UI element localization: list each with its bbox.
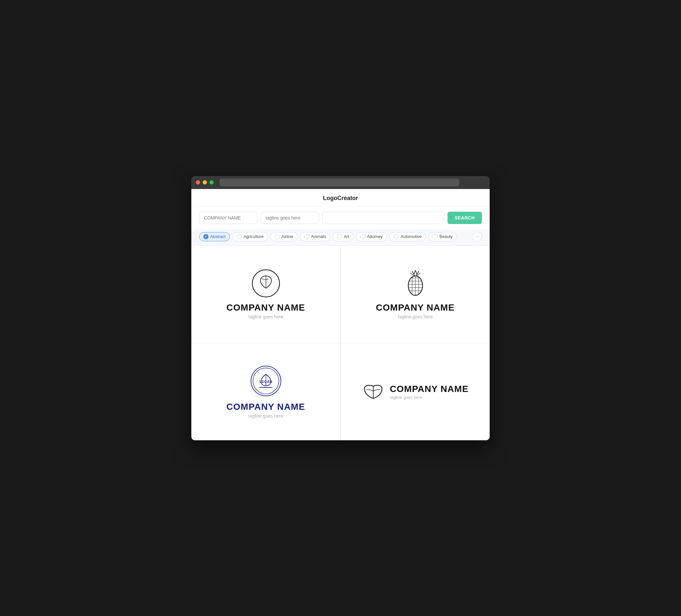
filter-chip-automotive[interactable]: Automotive bbox=[389, 232, 426, 241]
filter-label: Art bbox=[344, 234, 349, 239]
check-icon-attorney bbox=[360, 234, 365, 239]
pineapple-icon bbox=[404, 269, 427, 298]
logo-card-4[interactable]: COMPANY NAME tagline goes here bbox=[340, 343, 490, 440]
logo-3-company: COMPANY NAME bbox=[226, 402, 305, 412]
company-name-input[interactable] bbox=[199, 212, 257, 224]
logo-1-tagline: tagline goes here bbox=[248, 314, 283, 319]
filter-chip-agriculture[interactable]: Agriculture bbox=[232, 232, 268, 241]
filter-next-button[interactable]: → bbox=[472, 232, 482, 241]
check-icon-art bbox=[337, 234, 342, 239]
filter-chip-attorney[interactable]: Attorney bbox=[356, 232, 387, 241]
minimize-button[interactable] bbox=[203, 180, 207, 184]
keyword-input[interactable] bbox=[322, 212, 444, 224]
filter-label: Agriculture bbox=[244, 234, 263, 239]
tagline-input[interactable] bbox=[261, 212, 319, 224]
filter-label: Beauty bbox=[439, 234, 452, 239]
logo-grid: COMPANY NAME tagline goes here bbox=[191, 246, 490, 440]
svg-text:VEGAN: VEGAN bbox=[259, 380, 272, 384]
logo-2-tagline: tagline goes here bbox=[398, 314, 433, 319]
close-button[interactable] bbox=[196, 180, 200, 184]
logo-card-3[interactable]: VEGAN COMPANY NAME tagline goes here bbox=[191, 343, 340, 440]
logo-4-row: COMPANY NAME tagline goes here bbox=[362, 383, 469, 401]
logo-4-company: COMPANY NAME bbox=[390, 384, 469, 394]
app-title: LogoCreator bbox=[191, 189, 490, 207]
logo-4-text: COMPANY NAME tagline goes here bbox=[390, 384, 469, 400]
check-icon-beauty bbox=[433, 234, 438, 239]
filter-bar: ✓AbstractAgricultureAirlineAnimalsArtAtt… bbox=[191, 229, 490, 246]
logo-2-company: COMPANY NAME bbox=[376, 303, 455, 313]
maximize-button[interactable] bbox=[209, 180, 214, 184]
check-icon-abstract: ✓ bbox=[203, 234, 208, 239]
check-icon-airline bbox=[275, 234, 280, 239]
filter-chip-beauty[interactable]: Beauty bbox=[428, 232, 457, 241]
logo-card-2[interactable]: COMPANY NAME tagline goes here bbox=[340, 246, 490, 343]
logo-4-tagline: tagline goes here bbox=[390, 395, 469, 400]
browser-window: LogoCreator SEARCH ✓AbstractAgricultureA… bbox=[191, 176, 490, 440]
leaf-circle-icon bbox=[251, 269, 280, 298]
filter-label: Automotive bbox=[401, 234, 422, 239]
browser-titlebar bbox=[191, 176, 490, 189]
filter-label: Abstract bbox=[210, 234, 226, 239]
check-icon-animals bbox=[304, 234, 309, 239]
filter-chip-abstract[interactable]: ✓Abstract bbox=[199, 232, 230, 241]
search-bar: SEARCH bbox=[191, 207, 490, 229]
search-button[interactable]: SEARCH bbox=[448, 212, 482, 224]
logo-3-tagline: tagline goes here bbox=[248, 413, 283, 418]
filter-chip-art[interactable]: Art bbox=[333, 232, 353, 241]
leaf-open-icon bbox=[362, 383, 385, 401]
app-content: LogoCreator SEARCH ✓AbstractAgricultureA… bbox=[191, 189, 490, 440]
logo-1-company: COMPANY NAME bbox=[226, 303, 305, 313]
filter-label: Animals bbox=[311, 234, 326, 239]
filter-label: Attorney bbox=[367, 234, 383, 239]
filter-chip-airline[interactable]: Airline bbox=[271, 232, 297, 241]
check-icon-agriculture bbox=[237, 234, 242, 239]
logo-card-1[interactable]: COMPANY NAME tagline goes here bbox=[191, 246, 340, 343]
vegan-circle-icon: VEGAN bbox=[250, 365, 282, 397]
check-icon-automotive bbox=[394, 234, 399, 239]
filter-label: Airline bbox=[281, 234, 293, 239]
filter-chip-animals[interactable]: Animals bbox=[300, 232, 330, 241]
address-bar bbox=[220, 179, 459, 186]
